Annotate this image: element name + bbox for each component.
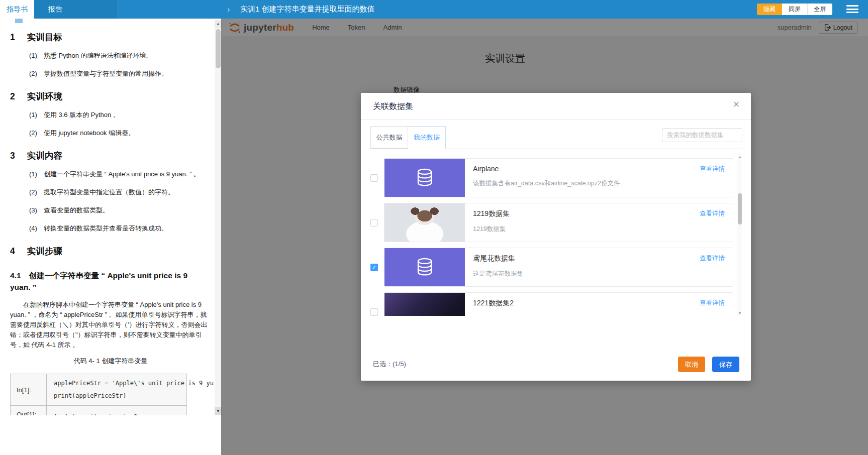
scroll-up-icon[interactable]: ▲ <box>737 154 742 160</box>
view-details-link[interactable]: 查看详情 <box>700 299 725 307</box>
code-table: In[1]: applePriceStr = 'Apple\'s unit pr… <box>10 374 187 415</box>
dataset-description: 1219数据集 <box>473 225 510 234</box>
scroll-down-icon[interactable]: ▼ <box>737 310 742 316</box>
doc-list-item: (1) 熟悉 Python 的编程语法和编译环境。 <box>10 51 211 61</box>
section-heading-4: 4 实训步骤 <box>10 246 211 257</box>
search-input[interactable] <box>662 129 742 142</box>
doc-list-item: (2) 掌握数值型变量与字符型变量的常用操作。 <box>10 69 211 79</box>
database-icon <box>413 167 436 190</box>
hamburger-menu-icon[interactable] <box>846 4 858 14</box>
fullscreen-button[interactable]: 全屏 <box>807 4 832 15</box>
dataset-thumbnail-cat-photo <box>384 203 465 242</box>
selected-count: 已选：(1/5) <box>373 360 406 369</box>
dataset-row: Airplane 该数据集含有air_data.csv和airline_scal… <box>370 158 742 197</box>
dataset-name: Airplane <box>473 165 620 173</box>
dataset-card[interactable]: 1221数据集2 查看详情 <box>384 292 733 316</box>
experiment-title: 实训1 创建字符串变量并提取里面的数值 <box>240 0 375 19</box>
view-details-link[interactable]: 查看详情 <box>700 209 725 218</box>
section-heading-3: 3 实训内容 <box>10 150 211 161</box>
dataset-thumbnail <box>384 248 465 287</box>
dataset-checkbox-checked[interactable]: ✓ <box>370 264 378 271</box>
cancel-button[interactable]: 取消 <box>678 357 705 372</box>
dataset-card[interactable]: 鸢尾花数据集 这是鸢尾花数据集 查看详情 <box>384 248 733 287</box>
dataset-row: 1219数据集 1219数据集 查看详情 <box>370 203 742 242</box>
code-label: In[1]: <box>11 374 47 405</box>
doc-list-item: (1) 使用 3.6 版本的 Python 。 <box>10 110 211 120</box>
dataset-row: 1221数据集2 查看详情 <box>370 292 742 316</box>
dataset-card[interactable]: 1219数据集 1219数据集 查看详情 <box>384 203 733 242</box>
scrollbar-thumb[interactable] <box>738 193 742 224</box>
dataset-search <box>662 128 742 142</box>
doc-list-item: (2) 提取字符型变量中指定位置（数值）的字符。 <box>10 187 211 197</box>
dataset-tabs: 公共数据 我的数据 <box>370 126 742 149</box>
tab-guidebook[interactable]: 指导书 <box>0 0 34 19</box>
view-mode-buttons: 隐藏 同屏 全屏 <box>757 4 832 15</box>
subsection-heading-4-1: 4.1创建一个字符串变量 “ Apple's unit price is 9 y… <box>10 270 211 293</box>
code-content: applePriceStr = 'Apple\'s unit price is … <box>47 374 214 405</box>
dataset-description: 该数据集含有air_data.csv和airline_scale.npz2份文件 <box>473 179 620 188</box>
save-button[interactable]: 保存 <box>712 357 739 372</box>
top-bar: 指导书 报告 › 实训1 创建字符串变量并提取里面的数值 隐藏 同屏 全屏 <box>0 0 868 19</box>
doc-list-item: (4) 转换变量的数据类型并查看是否转换成功。 <box>10 223 211 234</box>
check-icon: ✓ <box>372 265 376 270</box>
doc-list-item: (2) 使用 jupyter notebook 编辑器。 <box>10 128 211 138</box>
guidebook-panel: 1 实训目标 (1) 熟悉 Python 的编程语法和编译环境。 (2) 掌握数… <box>0 19 214 415</box>
view-details-link[interactable]: 查看详情 <box>700 165 725 173</box>
code-content: Apple's unit price is 9 yuan. <box>47 406 166 415</box>
dataset-thumbnail-dark-photo <box>384 293 465 316</box>
view-details-link[interactable]: 查看详情 <box>700 254 725 263</box>
scrollbar-thumb[interactable] <box>216 29 221 68</box>
document-scrollbar[interactable]: ▲ ▼ <box>215 20 222 415</box>
dataset-list: Airplane 该数据集含有air_data.csv和airline_scal… <box>370 154 742 316</box>
dataset-checkbox[interactable] <box>370 308 378 316</box>
dataset-checkbox[interactable] <box>370 174 378 182</box>
doc-list-item: (3) 查看变量的数据类型。 <box>10 205 211 215</box>
hide-button[interactable]: 隐藏 <box>757 4 782 15</box>
breadcrumb-arrow-icon: › <box>227 0 230 19</box>
scroll-up-icon[interactable]: ▲ <box>215 20 222 28</box>
section-heading-2: 2 实训环境 <box>10 91 211 102</box>
dataset-thumbnail <box>384 159 465 197</box>
dataset-card[interactable]: Airplane 该数据集含有air_data.csv和airline_scal… <box>384 158 733 197</box>
dataset-name: 鸢尾花数据集 <box>473 254 523 263</box>
close-icon[interactable]: × <box>730 98 743 111</box>
tab-public-data[interactable]: 公共数据 <box>370 126 408 149</box>
tab-my-data[interactable]: 我的数据 <box>408 126 446 149</box>
dataset-name: 1219数据集 <box>473 209 510 218</box>
link-dataset-modal: 关联数据集 × 公共数据 我的数据 <box>361 93 751 381</box>
doc-list-item: (1) 创建一个字符串变量 “ Apple's unit price is 9 … <box>10 169 211 179</box>
code-row-in: In[1]: applePriceStr = 'Apple\'s unit pr… <box>11 374 186 405</box>
dataset-list-scrollbar[interactable]: ▲ ▼ <box>737 154 742 316</box>
active-tab-indicator <box>15 19 23 23</box>
dataset-name: 1221数据集2 <box>473 299 514 308</box>
split-screen-button[interactable]: 同屏 <box>782 4 807 15</box>
scroll-down-icon[interactable]: ▼ <box>215 407 222 415</box>
database-icon <box>413 256 436 279</box>
section-heading-1: 1 实训目标 <box>10 32 211 43</box>
tab-report[interactable]: 报告 <box>34 0 117 19</box>
doc-paragraph: 在新的程序脚本中创建一个字符串变量 “ Apple's unit price i… <box>10 300 211 350</box>
code-caption: 代码 4- 1 创建字符串变量 <box>10 356 211 366</box>
code-row-out: Out[1]: Apple's unit price is 9 yuan. <box>11 405 186 415</box>
dataset-row: ✓ 鸢尾花数据集 这是鸢尾花数据集 <box>370 248 742 287</box>
code-label: Out[1]: <box>11 406 47 415</box>
dataset-checkbox[interactable] <box>370 219 378 226</box>
modal-title: 关联数据集 <box>373 102 413 110</box>
dataset-description: 这是鸢尾花数据集 <box>473 270 523 278</box>
